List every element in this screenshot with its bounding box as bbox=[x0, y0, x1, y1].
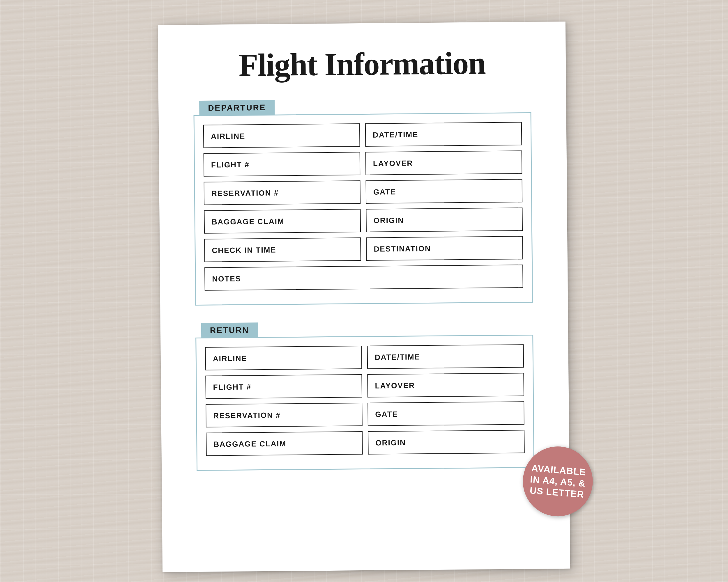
departure-fields-grid: AIRLINE DATE/TIME FLIGHT # LAYOVER RESER… bbox=[203, 122, 523, 291]
return-origin: ORIGIN bbox=[368, 430, 525, 454]
departure-layover: LAYOVER bbox=[365, 150, 522, 175]
departure-check-in-time: CHECK IN TIME bbox=[204, 238, 361, 262]
return-layover: LAYOVER bbox=[367, 373, 524, 397]
return-label-wrap: RETURN bbox=[196, 320, 533, 338]
return-section: RETURN AIRLINE DATE/TIME FLIGHT # LAYOVE… bbox=[196, 320, 535, 471]
departure-notes: NOTES bbox=[204, 265, 523, 291]
departure-reservation: RESERVATION # bbox=[204, 181, 361, 205]
departure-baggage-claim: BAGGAGE CLAIM bbox=[204, 209, 361, 234]
departure-section: DEPARTURE AIRLINE DATE/TIME FLIGHT # LAY… bbox=[193, 98, 533, 306]
departure-airline: AIRLINE bbox=[203, 123, 360, 148]
departure-datetime: DATE/TIME bbox=[365, 122, 522, 147]
return-gate: GATE bbox=[367, 401, 524, 426]
departure-destination: DESTINATION bbox=[366, 236, 523, 261]
departure-border: AIRLINE DATE/TIME FLIGHT # LAYOVER RESER… bbox=[193, 112, 533, 306]
return-label: RETURN bbox=[201, 323, 258, 338]
departure-gate: GATE bbox=[366, 179, 523, 204]
departure-origin: ORIGIN bbox=[366, 207, 523, 232]
return-baggage-claim: BAGGAGE CLAIM bbox=[206, 431, 363, 456]
return-fields-grid: AIRLINE DATE/TIME FLIGHT # LAYOVER RESER… bbox=[205, 344, 524, 456]
return-flight: FLIGHT # bbox=[205, 374, 362, 399]
return-datetime: DATE/TIME bbox=[367, 344, 524, 369]
page-title: Flight Information bbox=[193, 45, 531, 83]
badge-text: AVAILABLEIN A4, A5, &US LETTER bbox=[529, 463, 587, 500]
return-border: AIRLINE DATE/TIME FLIGHT # LAYOVER RESER… bbox=[196, 335, 535, 471]
return-reservation: RESERVATION # bbox=[206, 403, 363, 427]
departure-label-wrap: DEPARTURE bbox=[193, 98, 531, 116]
departure-label: DEPARTURE bbox=[199, 100, 275, 116]
return-airline: AIRLINE bbox=[205, 346, 362, 370]
paper-document: Flight Information DEPARTURE AIRLINE DAT… bbox=[158, 22, 570, 572]
departure-flight: FLIGHT # bbox=[204, 152, 361, 177]
